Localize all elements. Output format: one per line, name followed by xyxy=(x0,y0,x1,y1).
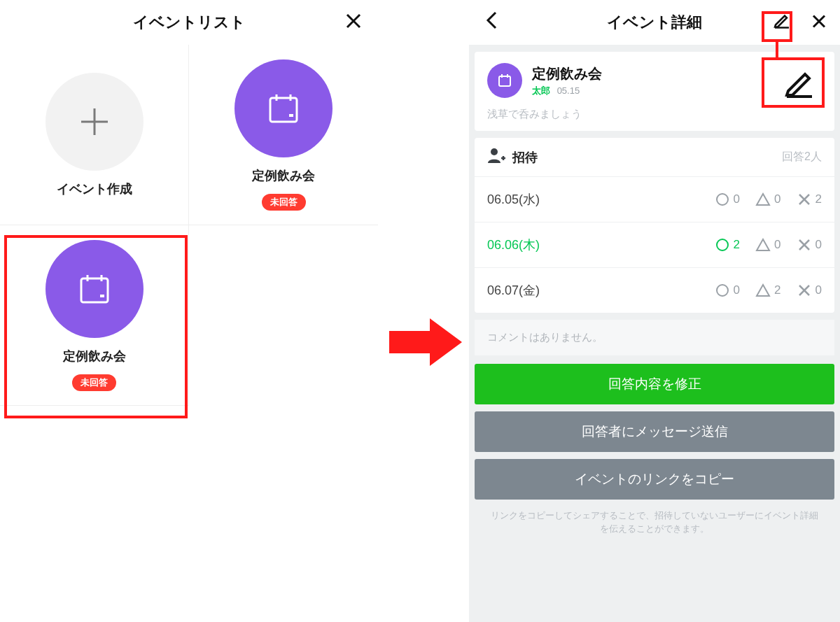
svg-rect-8 xyxy=(81,278,108,302)
tile-label: 定例飲み会 xyxy=(63,348,126,365)
circle-icon xyxy=(715,283,730,298)
copy-link-button[interactable]: イベントのリンクをコピー xyxy=(475,459,834,500)
tile-event-1[interactable]: 定例飲み会 未回答 xyxy=(189,45,378,225)
event-author: 太郎 xyxy=(532,85,550,96)
vote-counts: 002 xyxy=(715,192,822,207)
page-title: イベント詳細 xyxy=(607,12,702,33)
send-message-button[interactable]: 回答者にメッセージ送信 xyxy=(475,411,834,452)
svg-marker-12 xyxy=(389,318,462,366)
vote-yes: 0 xyxy=(715,283,740,298)
svg-rect-7 xyxy=(289,114,293,117)
vote-maybe: 0 xyxy=(755,237,780,253)
tile-label: 定例飲み会 xyxy=(252,167,315,184)
triangle-icon xyxy=(755,237,771,253)
vote-yes: 2 xyxy=(715,237,740,253)
vote-counts: 020 xyxy=(715,283,822,298)
vote-no: 0 xyxy=(797,283,822,298)
dates-card: 招待 回答2人 06.05(水)00206.06(木)20006.07(金)02… xyxy=(475,138,834,313)
vote-maybe: 2 xyxy=(755,283,780,298)
answer-count: 回答2人 xyxy=(782,150,822,164)
back-button[interactable] xyxy=(486,10,497,34)
header-right: イベント詳細 xyxy=(469,0,840,45)
invite-label: 招待 xyxy=(512,149,538,166)
tile-empty xyxy=(189,225,378,406)
screen-event-detail: イベント詳細 定例飲み会 太郎 05.15 xyxy=(469,0,840,622)
date-label: 06.06(木) xyxy=(487,236,540,253)
circle-icon xyxy=(715,192,730,207)
action-buttons: 回答内容を修正 回答者にメッセージ送信 イベントのリンクをコピー xyxy=(469,355,840,505)
event-header-card: 定例飲み会 太郎 05.15 浅草で呑みましょう xyxy=(475,52,834,131)
triangle-icon xyxy=(755,192,771,207)
date-label: 06.07(金) xyxy=(487,282,540,299)
event-description: 浅草で呑みましょう xyxy=(487,108,822,121)
x-icon xyxy=(797,283,812,298)
vote-maybe: 0 xyxy=(755,192,780,207)
vote-no: 0 xyxy=(797,237,822,253)
close-button[interactable] xyxy=(346,11,361,34)
svg-rect-16 xyxy=(499,76,510,86)
date-label: 06.05(水) xyxy=(487,191,540,208)
close-button[interactable] xyxy=(812,12,826,34)
vote-yes: 0 xyxy=(715,192,740,207)
event-title: 定例飲み会 xyxy=(532,64,602,83)
invite-row[interactable]: 招待 回答2人 xyxy=(475,138,834,177)
svg-point-27 xyxy=(717,239,728,250)
page-title: イベントリスト xyxy=(133,12,246,33)
header-left: イベントリスト xyxy=(0,0,378,45)
triangle-icon xyxy=(755,283,771,298)
arrow-icon xyxy=(389,318,462,366)
screen-event-list: イベントリスト イベント作成 定例飲み会 未回答 xyxy=(0,0,378,622)
svg-marker-32 xyxy=(757,285,769,296)
tile-create-event[interactable]: イベント作成 xyxy=(0,45,189,225)
plus-icon xyxy=(46,73,144,171)
edit-answer-button[interactable]: 回答内容を修正 xyxy=(475,364,834,404)
calendar-icon xyxy=(487,63,522,98)
vote-no: 2 xyxy=(797,192,822,207)
date-option-row[interactable]: 06.07(金)020 xyxy=(475,268,834,313)
svg-point-23 xyxy=(717,194,728,205)
svg-marker-28 xyxy=(757,239,769,250)
tile-event-2[interactable]: 定例飲み会 未回答 xyxy=(0,225,189,406)
circle-icon xyxy=(715,237,730,253)
x-icon xyxy=(797,237,812,253)
status-badge: 未回答 xyxy=(72,374,116,391)
svg-point-31 xyxy=(717,285,728,296)
x-icon xyxy=(797,192,812,207)
edit-button-large[interactable] xyxy=(778,62,820,104)
calendar-icon xyxy=(46,240,144,338)
vote-counts: 200 xyxy=(715,237,822,253)
copy-link-hint: リンクをコピーしてシェアすることで、招待していないユーザーにイベント詳細を伝える… xyxy=(469,505,840,550)
svg-rect-4 xyxy=(270,98,297,122)
event-created-date: 05.15 xyxy=(557,85,580,96)
date-option-row[interactable]: 06.05(水)002 xyxy=(475,177,834,222)
date-option-row[interactable]: 06.06(木)200 xyxy=(475,222,834,268)
svg-rect-11 xyxy=(100,295,104,297)
svg-marker-24 xyxy=(757,194,769,205)
edit-button-small[interactable] xyxy=(773,11,791,34)
event-meta: 太郎 05.15 xyxy=(532,85,602,97)
calendar-icon xyxy=(234,59,332,157)
tile-label: イベント作成 xyxy=(57,181,132,197)
no-comments-text: コメントはありません。 xyxy=(475,320,834,355)
person-add-icon xyxy=(487,148,505,167)
svg-point-20 xyxy=(491,148,498,155)
status-badge: 未回答 xyxy=(262,194,306,211)
